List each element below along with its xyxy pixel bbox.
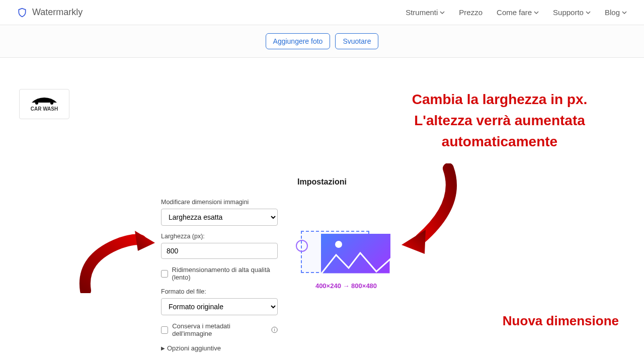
nav-blog-label: Blog [605,8,620,17]
dimension-text: 400×240 → 800×480 [301,282,391,290]
canvas-area: CAR WASH Cambia la larghezza in px. L'al… [0,58,644,166]
resize-mode-select[interactable]: Larghezza esatta [161,209,278,226]
settings-panel: Impostazioni Modificare dimensioni immag… [0,166,644,362]
nav-howto[interactable]: Come fare [497,8,539,17]
image-thumbnail[interactable]: CAR WASH [19,89,69,119]
thumb-label: CAR WASH [29,107,59,112]
brand[interactable]: Watermarkly [17,7,83,18]
info-icon[interactable]: i [271,326,278,333]
resize-mode-label: Modificare dimensioni immagini [161,199,278,206]
width-label: Larghezza (px): [161,233,278,240]
settings-form: Modificare dimensioni immagini Larghezza… [161,199,278,352]
annotation-new-dimension: Nuova dimensione [503,313,619,329]
shield-icon [17,8,27,18]
nav-support[interactable]: Supporto [553,8,591,17]
car-icon [29,97,59,105]
svg-point-1 [50,102,53,105]
preview-resized-frame [321,234,390,274]
add-photos-button[interactable]: Aggiungere foto [266,33,331,49]
nav-blog[interactable]: Blog [605,8,627,17]
extra-options-toggle[interactable]: ▶ Opzioni aggiuntive [161,344,278,352]
hq-checkbox[interactable] [161,270,168,278]
format-select[interactable]: Formato originale [161,298,278,315]
nav-support-label: Supporto [553,8,584,17]
chevron-down-icon [586,10,591,15]
nav-howto-label: Come fare [497,8,532,17]
hq-label: Ridimensionamento di alta qualità (lento… [172,266,278,281]
sun-outline-icon [296,240,308,252]
nav-price-label: Prezzo [459,8,482,17]
svg-point-0 [35,102,38,105]
mountain-icon [321,249,390,274]
extra-options-label: Opzioni aggiuntive [167,344,221,352]
annotation-main: Cambia la larghezza in px. L'altezza ver… [386,89,613,152]
clear-button[interactable]: Svuotare [335,33,378,49]
toolbar: Aggiungere foto Svuotare [0,25,644,58]
width-input[interactable] [161,243,278,259]
meta-label: Conserva i metadati dell'immagine [172,322,266,337]
arrow-icon [390,163,471,264]
nav-tools[interactable]: Strumenti [406,8,445,17]
triangle-right-icon: ▶ [161,345,165,351]
brand-name: Watermarkly [32,7,83,18]
chevron-down-icon [622,10,627,15]
svg-text:i: i [274,327,275,332]
app-header: Watermarkly Strumenti Prezzo Come fare S… [0,0,644,25]
settings-title: Impostazioni [0,177,644,187]
chevron-down-icon [440,10,445,15]
meta-checkbox[interactable] [161,326,168,334]
main-nav: Strumenti Prezzo Come fare Supporto Blog [406,8,627,17]
chevron-down-icon [534,10,539,15]
format-label: Formato del file: [161,288,278,295]
sun-icon [335,241,342,248]
nav-tools-label: Strumenti [406,8,438,17]
arrow-icon [75,223,156,293]
nav-price[interactable]: Prezzo [459,8,482,17]
thumb-content: CAR WASH [29,97,59,112]
settings-body: Modificare dimensioni immagini Larghezza… [161,199,483,352]
